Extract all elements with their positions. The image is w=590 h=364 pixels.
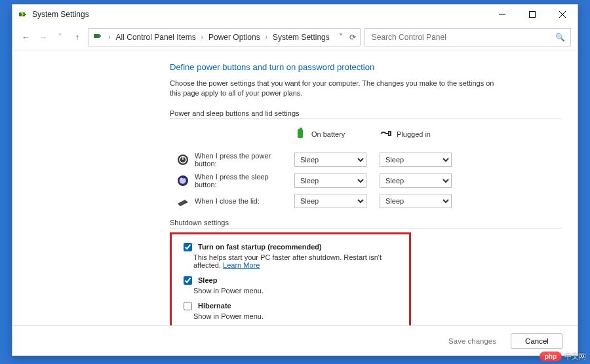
- search-icon[interactable]: 🔍: [555, 33, 565, 42]
- checkbox-label: Turn on fast startup (recommended): [198, 243, 322, 251]
- watermark: php 中文网: [540, 352, 586, 361]
- watermark-text: 中文网: [564, 352, 586, 361]
- control-panel-window: System Settings ← → ˅ ↑ › All Control Pa…: [12, 4, 578, 356]
- column-headers: On battery Plugged in: [176, 123, 562, 145]
- shutdown-setting-hibernate: Hibernate Show in Power menu.: [181, 300, 400, 320]
- row-label: When I press the sleep button:: [195, 173, 281, 189]
- svg-rect-3: [530, 12, 536, 18]
- svg-rect-7: [100, 35, 101, 37]
- toolbar: ← → ˅ ↑ › All Control Panel Items › Powe…: [12, 24, 578, 50]
- checkbox-description: Show in Power menu.: [193, 287, 400, 295]
- save-changes-button[interactable]: Save changes: [441, 333, 504, 349]
- nav-up-button[interactable]: ↑: [71, 30, 84, 45]
- nav-back-button[interactable]: ←: [19, 30, 32, 45]
- content-area: Define power buttons and turn on passwor…: [12, 50, 578, 325]
- power-button-icon: [176, 153, 189, 166]
- cancel-button[interactable]: Cancel: [511, 333, 563, 349]
- plug-icon: [380, 127, 393, 141]
- power-button-battery-select[interactable]: Sleep: [294, 153, 366, 167]
- chevron-right-icon: ›: [266, 33, 267, 41]
- search-box[interactable]: 🔍: [364, 28, 571, 46]
- section-title-power-buttons: Power and sleep buttons and lid settings: [170, 109, 562, 119]
- breadcrumb[interactable]: All Control Panel Items: [116, 33, 196, 42]
- lid-plugged-select[interactable]: Sleep: [380, 194, 452, 208]
- fast-startup-checkbox[interactable]: [184, 243, 192, 251]
- power-button-plugged-select[interactable]: Sleep: [380, 153, 452, 167]
- nav-recent-button[interactable]: ˅: [54, 30, 67, 45]
- learn-more-link[interactable]: Learn More: [223, 261, 260, 269]
- setting-row-sleep-button: When I press the sleep button: Sleep Sle…: [176, 170, 562, 191]
- hibernate-checkbox[interactable]: [184, 302, 192, 310]
- maximize-button[interactable]: [517, 5, 547, 24]
- chevron-down-icon[interactable]: ˅: [339, 33, 343, 42]
- breadcrumb[interactable]: Power Options: [208, 33, 260, 42]
- checkbox-label: Hibernate: [198, 302, 231, 310]
- lid-battery-select[interactable]: Sleep: [294, 194, 366, 208]
- breadcrumb[interactable]: System Settings: [273, 33, 330, 42]
- shutdown-setting-fast-startup: Turn on fast startup (recommended) This …: [181, 241, 400, 269]
- page-description: Choose the power settings that you want …: [170, 79, 498, 99]
- minimize-button[interactable]: [487, 5, 517, 24]
- search-input[interactable]: [370, 32, 555, 43]
- chevron-right-icon: ›: [108, 33, 110, 41]
- window-controls: [487, 5, 578, 24]
- checkbox-description: This helps start your PC faster after sh…: [193, 253, 400, 269]
- row-label: When I close the lid:: [195, 197, 260, 205]
- chevron-right-icon: ›: [201, 33, 203, 41]
- battery-icon: [18, 9, 28, 20]
- footer: Save changes Cancel: [12, 325, 578, 355]
- setting-row-lid: When I close the lid: Sleep Sleep: [176, 191, 562, 211]
- svg-rect-1: [25, 14, 26, 15]
- close-button[interactable]: [547, 5, 578, 24]
- battery-icon: [294, 127, 307, 141]
- col-on-battery: On battery: [294, 123, 366, 145]
- checkbox-description: Show in Power menu.: [193, 312, 400, 320]
- refresh-icon[interactable]: ⟳: [349, 33, 356, 42]
- highlighted-region: Turn on fast startup (recommended) This …: [170, 232, 411, 325]
- col-label: On battery: [311, 130, 345, 138]
- sleep-button-battery-select[interactable]: Sleep: [294, 173, 366, 188]
- section-title-shutdown: Shutdown settings: [170, 219, 562, 228]
- battery-icon: [92, 31, 103, 43]
- col-label: Plugged in: [397, 130, 431, 138]
- sleep-checkbox[interactable]: [184, 276, 192, 285]
- svg-rect-9: [300, 128, 302, 129]
- page-heading: Define power buttons and turn on passwor…: [170, 62, 562, 72]
- titlebar: System Settings: [12, 5, 578, 24]
- shutdown-setting-sleep: Sleep Show in Power menu.: [181, 274, 400, 295]
- col-plugged-in: Plugged in: [380, 123, 452, 145]
- checkbox-label: Sleep: [198, 276, 217, 284]
- svg-rect-8: [298, 129, 303, 138]
- address-bar[interactable]: › All Control Panel Items › Power Option…: [88, 28, 361, 46]
- lid-icon: [176, 194, 189, 208]
- sleep-button-plugged-select[interactable]: Sleep: [380, 173, 452, 188]
- nav-forward-button[interactable]: →: [36, 30, 49, 45]
- watermark-logo: php: [540, 352, 562, 361]
- sleep-button-icon: [176, 174, 189, 187]
- setting-row-power-button: When I press the power button: Sleep Sle…: [176, 149, 562, 170]
- window-title: System Settings: [32, 10, 487, 19]
- svg-rect-6: [94, 34, 100, 38]
- row-label: When I press the power button:: [195, 152, 281, 168]
